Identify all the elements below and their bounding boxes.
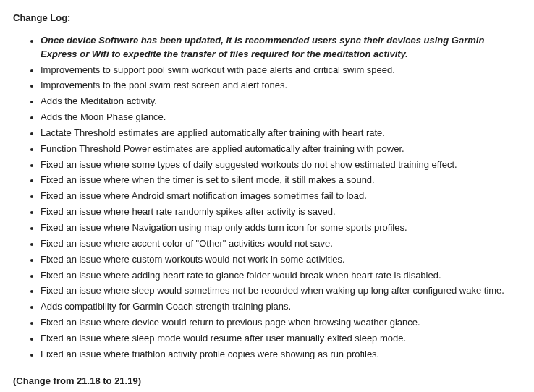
list-item: Improvements to support pool swim workou…	[41, 64, 521, 77]
list-item: Adds the Meditation activity.	[41, 95, 521, 108]
version-subheading: (Change from 21.18 to 21.19)	[13, 375, 521, 388]
list-item: Fixed an issue where device would return…	[41, 316, 521, 330]
list-item: Fixed an issue where Android smart notif…	[41, 189, 521, 203]
list-item: Lactate Threshold estimates are applied …	[41, 127, 521, 140]
list-item: Adds compatibility for Garmin Coach stre…	[41, 300, 521, 314]
list-item: Adds the Moon Phase glance.	[41, 111, 521, 124]
list-item: Fixed an issue where accent color of "Ot…	[41, 237, 521, 251]
list-item: Function Threshold Power estimates are a…	[41, 142, 521, 156]
list-item: Fixed an issue where some types of daily…	[41, 158, 521, 172]
list-item: Fixed an issue where triathlon activity …	[41, 348, 521, 362]
changelog-heading: Change Log:	[13, 12, 521, 25]
changelog-list: Once device Software has been updated, i…	[13, 34, 521, 362]
list-item: Fixed an issue where Navigation using ma…	[41, 221, 521, 235]
list-item: Fixed an issue where when the timer is s…	[41, 174, 521, 187]
list-item: Fixed an issue where heart rate randomly…	[41, 205, 521, 219]
list-item: Fixed an issue where adding heart rate t…	[41, 269, 521, 283]
list-item: Fixed an issue where sleep would sometim…	[41, 284, 521, 298]
list-item: Once device Software has been updated, i…	[41, 34, 521, 61]
list-item: Improvements to the pool swim rest scree…	[41, 79, 521, 93]
list-item: Fixed an issue where sleep mode would re…	[41, 332, 521, 346]
list-item: Fixed an issue where custom workouts wou…	[41, 253, 521, 267]
